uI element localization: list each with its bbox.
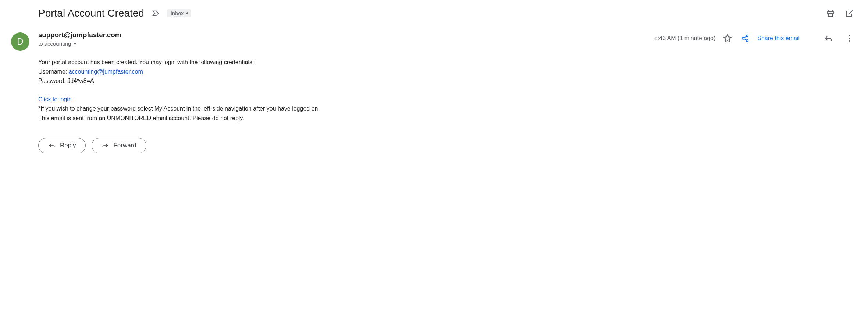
body-note: *If you wish to change your password sel…	[38, 104, 516, 113]
email-body: Your portal account has been created. Yo…	[38, 57, 516, 123]
svg-marker-3	[724, 35, 731, 42]
reply-label: Reply	[60, 142, 76, 149]
star-icon[interactable]	[722, 33, 733, 44]
subject-text: Portal Account Created	[38, 7, 144, 19]
body-footer: This email is sent from an UNMONITORED e…	[38, 113, 516, 123]
reply-icon[interactable]	[821, 31, 836, 46]
body-intro: Your portal account has been created. Yo…	[38, 57, 516, 67]
svg-point-4	[746, 35, 748, 37]
label-text: Inbox	[171, 10, 184, 16]
share-icon[interactable]	[740, 33, 751, 44]
svg-point-5	[742, 37, 744, 39]
avatar[interactable]: D	[11, 32, 29, 51]
forward-arrow-icon	[102, 142, 109, 149]
sender-address[interactable]: support@jumpfaster.com	[38, 31, 121, 39]
svg-line-8	[744, 36, 746, 38]
svg-point-9	[849, 35, 850, 36]
remove-label-icon[interactable]: ×	[185, 10, 189, 17]
open-in-new-icon[interactable]	[842, 6, 857, 21]
svg-line-7	[744, 39, 746, 40]
svg-point-11	[849, 40, 850, 42]
svg-point-10	[849, 38, 850, 39]
print-icon[interactable]	[823, 6, 838, 21]
password-value: Jd4*w8=A	[67, 78, 94, 84]
forward-button[interactable]: Forward	[92, 138, 146, 153]
username-label: Username:	[38, 69, 69, 75]
inbox-label-chip[interactable]: Inbox ×	[167, 9, 191, 17]
more-options-icon[interactable]	[842, 31, 857, 46]
avatar-initial: D	[17, 36, 23, 47]
username-link[interactable]: accounting@jumpfaster.com	[69, 69, 143, 75]
svg-line-2	[849, 10, 853, 14]
important-marker-icon[interactable]	[151, 8, 161, 18]
chevron-down-icon	[73, 43, 77, 45]
body-password-line: Password: Jd4*w8=A	[38, 76, 516, 86]
password-label: Password:	[38, 78, 67, 84]
body-username-line: Username: accounting@jumpfaster.com	[38, 67, 516, 77]
timestamp: 8:43 AM (1 minute ago)	[654, 35, 715, 42]
svg-rect-1	[828, 14, 833, 17]
reply-arrow-icon	[48, 142, 56, 149]
forward-label: Forward	[113, 142, 136, 149]
message-header: Portal Account Created Inbox ×	[38, 6, 857, 21]
svg-point-6	[746, 40, 748, 42]
action-buttons: Reply Forward	[38, 138, 857, 153]
share-this-email-link[interactable]: Share this email	[757, 35, 800, 42]
recipient-text: to accounting	[38, 41, 71, 47]
sender-meta-row: D support@jumpfaster.com to accounting 8…	[11, 31, 857, 51]
recipient-expand[interactable]: to accounting	[38, 41, 648, 47]
login-link[interactable]: Click to login.	[38, 96, 73, 102]
reply-button[interactable]: Reply	[38, 138, 86, 153]
